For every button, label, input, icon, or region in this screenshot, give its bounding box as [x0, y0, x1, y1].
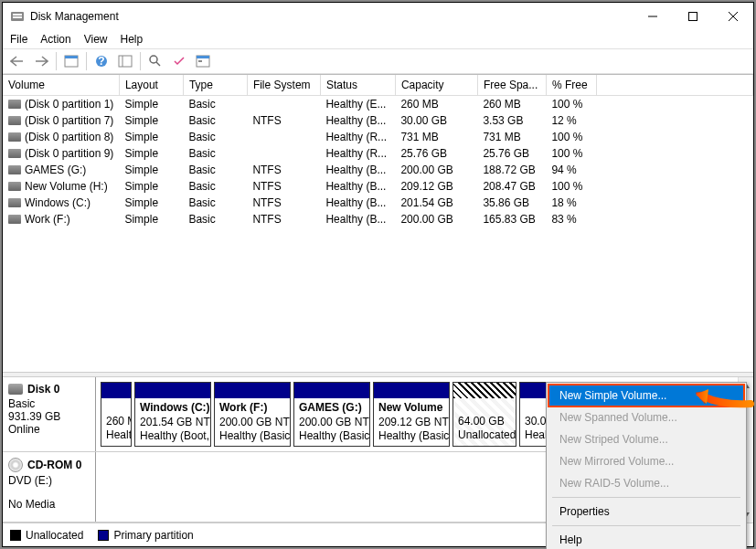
col-spacer: [596, 75, 752, 95]
back-button[interactable]: [6, 51, 28, 71]
cell-capacity: 260 MB: [395, 95, 477, 112]
volume-icon: [8, 198, 21, 207]
table-row[interactable]: (Disk 0 partition 9)SimpleBasicHealthy (…: [3, 145, 753, 162]
cell-capacity: 200.00 GB: [395, 162, 477, 178]
partition-header: [135, 383, 210, 398]
volume-name: (Disk 0 partition 1): [25, 98, 113, 111]
cell-pct: 100 %: [546, 178, 596, 195]
annotation-arrow-icon: [696, 387, 756, 409]
cell-free: 165.83 GB: [477, 211, 546, 227]
cell-layout: Simple: [119, 129, 183, 145]
partition-body: Work (F:)200.00 GB NTFHealthy (Basic: [215, 398, 290, 446]
table-row[interactable]: New Volume (H:)SimpleBasicNTFSHealthy (B…: [3, 178, 753, 195]
col-capacity[interactable]: Capacity: [395, 75, 477, 95]
volume-name: (Disk 0 partition 9): [25, 147, 113, 160]
help-button[interactable]: ?: [91, 51, 112, 71]
svg-rect-11: [119, 56, 132, 67]
cell-status: Healthy (R...: [320, 145, 395, 162]
forward-button[interactable]: [30, 51, 52, 71]
minimize-button[interactable]: [633, 3, 673, 30]
cell-layout: Simple: [119, 145, 183, 162]
partition[interactable]: New Volume209.12 GB NTFHealthy (Basic: [373, 382, 450, 447]
cdrom-sub: DVD (E:): [8, 474, 90, 487]
cell-pct: 94 %: [546, 162, 596, 178]
close-button[interactable]: [713, 3, 753, 30]
table-row[interactable]: Windows (C:)SimpleBasicNTFSHealthy (B...…: [3, 195, 753, 211]
show-hide-tree-button[interactable]: [60, 51, 82, 71]
separator-icon: [552, 497, 740, 498]
table-row[interactable]: Work (F:)SimpleBasicNTFSHealthy (B...200…: [3, 211, 753, 227]
volume-name: Windows (C:): [25, 196, 91, 209]
partition-status: Healthy (Basic: [378, 429, 449, 442]
cell-pct: 100 %: [546, 145, 596, 162]
partition-status: Healthy (Boot,: [140, 429, 209, 442]
partition-body: Windows (C:)201.54 GB NTFHealthy (Boot,: [135, 398, 210, 446]
cell-fs: [247, 95, 320, 112]
partition-size: 200.00 GB NTF: [299, 416, 369, 428]
partition-size: 201.54 GB NTF: [140, 416, 210, 428]
partition-header: [374, 383, 449, 398]
cdrom-label[interactable]: CD-ROM 0 DVD (E:) No Media: [3, 452, 96, 522]
partition[interactable]: 260 MHealt: [101, 382, 132, 447]
rescan-button[interactable]: [144, 51, 166, 71]
partition-size: 209.12 GB NTF: [378, 416, 449, 428]
cell-fs: NTFS: [247, 195, 320, 211]
ctx-help[interactable]: Help: [548, 529, 744, 549]
volume-name: (Disk 0 partition 7): [25, 114, 113, 127]
volume-icon: [8, 182, 21, 191]
partition[interactable]: Windows (C:)201.54 GB NTFHealthy (Boot,: [134, 382, 211, 447]
cell-free: 260 MB: [477, 95, 546, 112]
col-filesystem[interactable]: File System: [247, 75, 320, 95]
col-type[interactable]: Type: [183, 75, 247, 95]
svg-line-14: [156, 62, 160, 66]
menu-action[interactable]: Action: [40, 33, 70, 46]
table-row[interactable]: (Disk 0 partition 8)SimpleBasicHealthy (…: [3, 129, 753, 145]
cdrom-status: No Media: [8, 498, 90, 511]
menu-view[interactable]: View: [84, 33, 108, 46]
partition-size: 64.00 GB: [458, 415, 505, 428]
cell-free: 208.47 GB: [477, 178, 546, 195]
partition-status: Healthy (Basic: [299, 429, 369, 442]
ctx-new-raid5-volume: New RAID-5 Volume...: [548, 472, 744, 494]
disk-type: Basic: [8, 397, 90, 410]
partition-body: GAMES (G:)200.00 GB NTFHealthy (Basic: [294, 398, 369, 446]
settings-button[interactable]: [192, 51, 214, 71]
cell-status: Healthy (R...: [320, 129, 395, 145]
menu-help[interactable]: Help: [121, 33, 144, 46]
refresh-button[interactable]: [114, 51, 136, 71]
volume-icon: [8, 100, 21, 109]
disk-icon: [8, 384, 23, 395]
volume-name: GAMES (G:): [25, 164, 86, 176]
cell-pct: 12 %: [546, 112, 596, 129]
col-volume[interactable]: Volume: [3, 75, 119, 95]
partition[interactable]: Work (F:)200.00 GB NTFHealthy (Basic: [214, 382, 291, 447]
table-row[interactable]: (Disk 0 partition 1)SimpleBasicHealthy (…: [3, 95, 753, 112]
table-row[interactable]: GAMES (G:)SimpleBasicNTFSHealthy (B...20…: [3, 162, 753, 178]
menu-file[interactable]: File: [10, 33, 27, 46]
cell-free: 25.76 GB: [477, 145, 546, 162]
disk-label[interactable]: Disk 0 Basic 931.39 GB Online: [3, 377, 96, 451]
ctx-properties[interactable]: Properties: [548, 501, 744, 523]
svg-rect-16: [197, 56, 209, 58]
cell-fs: [247, 145, 320, 162]
partition-status: Healt: [106, 428, 131, 441]
separator-icon: [552, 525, 740, 526]
separator-icon: [86, 52, 87, 70]
col-layout[interactable]: Layout: [119, 75, 183, 95]
maximize-button[interactable]: [673, 3, 713, 30]
cell-fs: NTFS: [247, 211, 320, 227]
cell-layout: Simple: [119, 162, 183, 178]
app-icon: [10, 9, 25, 24]
check-button[interactable]: [168, 51, 190, 71]
col-status[interactable]: Status: [320, 75, 395, 95]
cell-fs: [247, 129, 320, 145]
cell-type: Basic: [183, 145, 247, 162]
partition-unallocated[interactable]: 64.00 GBUnallocated: [453, 382, 516, 447]
col-pctfree[interactable]: % Free: [546, 75, 596, 95]
col-freespace[interactable]: Free Spa...: [477, 75, 546, 95]
partition[interactable]: GAMES (G:)200.00 GB NTFHealthy (Basic: [293, 382, 370, 447]
cell-capacity: 731 MB: [395, 129, 477, 145]
table-row[interactable]: (Disk 0 partition 7)SimpleBasicNTFSHealt…: [3, 112, 753, 129]
partition-status: Healthy (Basic: [219, 429, 290, 442]
cell-status: Healthy (B...: [320, 195, 395, 211]
